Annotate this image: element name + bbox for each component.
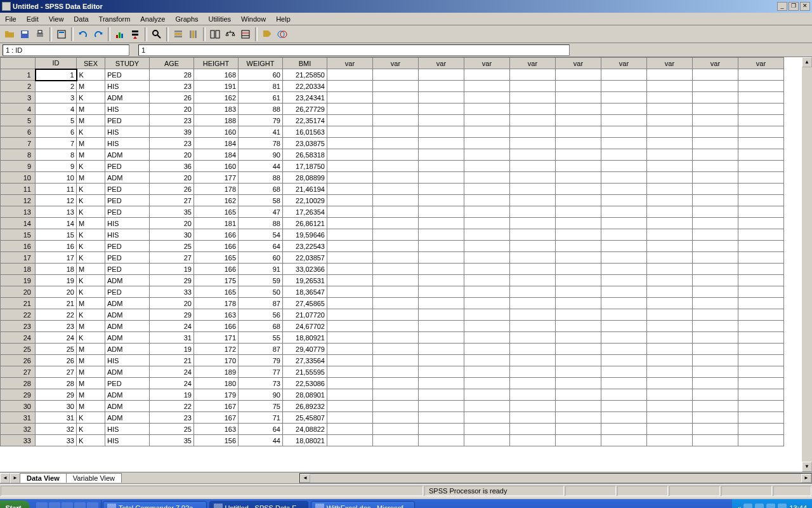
data-cell[interactable] (601, 252, 647, 264)
data-cell[interactable]: 78 (239, 138, 283, 149)
data-cell[interactable]: PED (105, 206, 150, 218)
row-header[interactable]: 29 (1, 389, 36, 401)
data-cell[interactable] (647, 206, 693, 218)
data-cell[interactable] (464, 435, 510, 446)
data-cell[interactable] (647, 195, 693, 206)
data-cell[interactable]: K (77, 195, 105, 206)
row-header[interactable]: 16 (1, 241, 36, 252)
data-cell[interactable] (693, 69, 738, 81)
data-cell[interactable] (464, 184, 510, 195)
data-cell[interactable] (373, 275, 419, 286)
data-cell[interactable] (556, 424, 601, 435)
data-cell[interactable] (693, 115, 738, 126)
data-cell[interactable]: HIS (105, 126, 150, 138)
data-cell[interactable] (556, 138, 601, 149)
data-cell[interactable] (464, 298, 510, 309)
weight-cases-button[interactable] (223, 27, 237, 41)
data-cell[interactable]: 50 (239, 286, 283, 298)
data-cell[interactable] (419, 366, 464, 378)
data-cell[interactable] (693, 309, 738, 321)
data-cell[interactable] (327, 252, 373, 264)
data-cell[interactable] (601, 81, 647, 92)
data-cell[interactable] (601, 332, 647, 344)
data-cell[interactable] (464, 115, 510, 126)
data-cell[interactable]: ADM (105, 389, 150, 401)
data-cell[interactable] (601, 92, 647, 104)
menu-data[interactable]: Data (69, 14, 93, 24)
data-cell[interactable]: 26,27729 (283, 104, 327, 115)
data-cell[interactable]: 24 (150, 378, 194, 389)
data-cell[interactable] (647, 309, 693, 321)
data-cell[interactable] (556, 241, 601, 252)
data-cell[interactable]: 181 (194, 218, 239, 229)
data-cell[interactable] (327, 172, 373, 184)
data-cell[interactable] (327, 366, 373, 378)
data-cell[interactable] (693, 241, 738, 252)
data-cell[interactable]: 21,25850 (283, 69, 327, 81)
data-cell[interactable] (510, 241, 556, 252)
data-cell[interactable] (373, 218, 419, 229)
column-header-empty[interactable]: var (556, 58, 601, 69)
data-cell[interactable]: K (77, 184, 105, 195)
data-cell[interactable] (738, 149, 784, 161)
data-cell[interactable] (327, 378, 373, 389)
data-cell[interactable]: HIS (105, 355, 150, 366)
data-cell[interactable] (464, 378, 510, 389)
scroll-up-button[interactable]: ▲ (802, 57, 812, 67)
tab-data-view[interactable]: Data View (20, 473, 67, 483)
data-cell[interactable]: 25 (36, 344, 77, 355)
data-cell[interactable]: 22 (36, 309, 77, 321)
data-cell[interactable] (556, 389, 601, 401)
data-cell[interactable] (464, 69, 510, 81)
row-header[interactable]: 1 (1, 69, 36, 81)
data-cell[interactable] (693, 138, 738, 149)
row-header[interactable]: 15 (1, 229, 36, 241)
data-cell[interactable] (647, 412, 693, 424)
data-cell[interactable] (373, 184, 419, 195)
data-cell[interactable] (373, 321, 419, 332)
data-cell[interactable]: ADM (105, 298, 150, 309)
data-cell[interactable] (601, 344, 647, 355)
quick-launch-icon[interactable] (36, 502, 48, 508)
row-header[interactable]: 20 (1, 286, 36, 298)
corner-cell[interactable] (1, 58, 36, 69)
data-cell[interactable] (327, 115, 373, 126)
data-cell[interactable] (556, 81, 601, 92)
data-cell[interactable]: 3 (36, 92, 77, 104)
data-cell[interactable]: 2 (36, 81, 77, 92)
data-cell[interactable] (647, 172, 693, 184)
data-cell[interactable] (738, 321, 784, 332)
data-cell[interactable] (419, 264, 464, 275)
data-cell[interactable] (556, 184, 601, 195)
data-cell[interactable]: ADM (105, 275, 150, 286)
data-cell[interactable]: 19 (36, 275, 77, 286)
row-header[interactable]: 22 (1, 309, 36, 321)
data-cell[interactable] (419, 149, 464, 161)
vertical-scrollbar[interactable]: ▲ ▼ (802, 57, 812, 472)
data-cell[interactable] (464, 366, 510, 378)
data-cell[interactable]: 165 (194, 252, 239, 264)
data-cell[interactable] (510, 229, 556, 241)
data-cell[interactable] (738, 195, 784, 206)
row-header[interactable]: 13 (1, 206, 36, 218)
data-cell[interactable] (327, 435, 373, 446)
data-cell[interactable] (647, 69, 693, 81)
data-cell[interactable] (510, 218, 556, 229)
tab-nav-last[interactable]: ► (10, 473, 20, 483)
data-cell[interactable]: HIS (105, 435, 150, 446)
data-cell[interactable] (510, 412, 556, 424)
select-cases-button[interactable] (239, 27, 252, 41)
data-cell[interactable]: 75 (239, 401, 283, 412)
data-cell[interactable] (601, 275, 647, 286)
data-cell[interactable]: 10 (36, 172, 77, 184)
data-cell[interactable] (373, 149, 419, 161)
data-cell[interactable]: 54 (239, 229, 283, 241)
data-cell[interactable] (601, 321, 647, 332)
data-cell[interactable]: 47 (239, 206, 283, 218)
data-cell[interactable] (510, 206, 556, 218)
data-cell[interactable]: K (77, 424, 105, 435)
data-cell[interactable]: 20 (150, 218, 194, 229)
column-header-bmi[interactable]: BMI (283, 58, 327, 69)
data-cell[interactable]: 27 (150, 195, 194, 206)
data-cell[interactable]: PED (105, 195, 150, 206)
